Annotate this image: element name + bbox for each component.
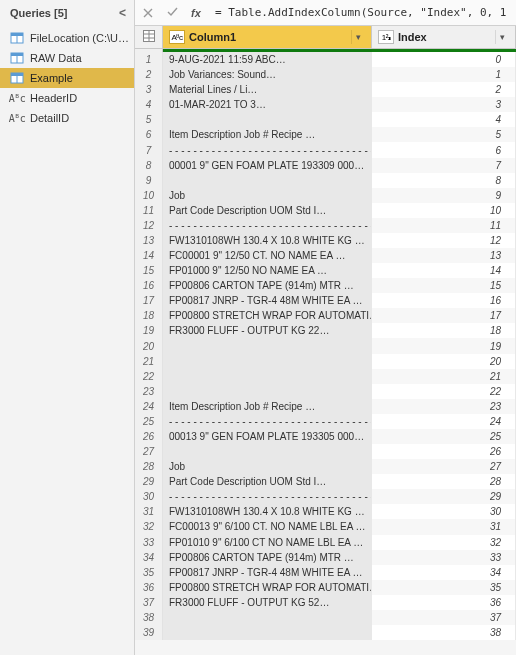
cell-index[interactable]: 4 bbox=[372, 112, 516, 127]
commit-formula-icon[interactable] bbox=[163, 4, 181, 22]
cell-index[interactable]: 16 bbox=[372, 293, 516, 308]
table-row[interactable]: 3 Material Lines / Li…2 bbox=[135, 82, 516, 97]
table-row[interactable]: 19-AUG-2021 11:59 ABC…0 bbox=[135, 52, 516, 67]
row-number[interactable]: 19 bbox=[135, 323, 163, 338]
cell-index[interactable]: 24 bbox=[372, 414, 516, 429]
table-row[interactable]: 33 FP01010 9" 6/100 CT NO NAME LBL EA …3… bbox=[135, 535, 516, 550]
row-number[interactable]: 36 bbox=[135, 580, 163, 595]
row-number[interactable]: 35 bbox=[135, 565, 163, 580]
cell-column1[interactable] bbox=[163, 625, 372, 640]
table-row[interactable]: 35 FP00817 JNRP - TGR-4 48M WHITE EA …34 bbox=[135, 565, 516, 580]
table-row[interactable]: 30- - - - - - - - - - - - - - - - - - - … bbox=[135, 489, 516, 504]
table-row[interactable]: 24Item Description Job # Recipe …23 bbox=[135, 399, 516, 414]
row-number[interactable]: 33 bbox=[135, 535, 163, 550]
column-header-column1[interactable]: Aᴮc Column1 ▾ bbox=[163, 26, 372, 48]
cell-index[interactable]: 10 bbox=[372, 203, 516, 218]
cell-column1[interactable]: FP01000 9" 12/50 NO NAME EA … bbox=[163, 263, 372, 278]
cell-column1[interactable]: - - - - - - - - - - - - - - - - - - - - … bbox=[163, 489, 372, 504]
table-row[interactable]: 36 FP00800 STRETCH WRAP FOR AUTOMATI…35 bbox=[135, 580, 516, 595]
cell-column1[interactable]: 9-AUG-2021 11:59 ABC… bbox=[163, 52, 372, 67]
query-item[interactable]: RAW Data bbox=[0, 48, 134, 68]
row-number[interactable]: 30 bbox=[135, 489, 163, 504]
row-number[interactable]: 9 bbox=[135, 173, 163, 188]
row-number[interactable]: 18 bbox=[135, 308, 163, 323]
row-number[interactable]: 31 bbox=[135, 504, 163, 519]
table-row[interactable]: 13 FW1310108WH 130.4 X 10.8 WHITE KG …12 bbox=[135, 233, 516, 248]
cell-column1[interactable] bbox=[163, 112, 372, 127]
cell-column1[interactable]: FP00817 JNRP - TGR-4 48M WHITE EA … bbox=[163, 565, 372, 580]
cell-column1[interactable] bbox=[163, 444, 372, 459]
row-number[interactable]: 38 bbox=[135, 610, 163, 625]
row-number[interactable]: 32 bbox=[135, 519, 163, 534]
table-row[interactable]: 2322 bbox=[135, 384, 516, 399]
cell-column1[interactable]: FP01010 9" 6/100 CT NO NAME LBL EA … bbox=[163, 535, 372, 550]
cell-index[interactable]: 17 bbox=[372, 308, 516, 323]
row-number[interactable]: 39 bbox=[135, 625, 163, 640]
cell-column1[interactable]: Material Lines / Li… bbox=[163, 82, 372, 97]
grid-body[interactable]: 19-AUG-2021 11:59 ABC…02 Job Variances: … bbox=[135, 52, 516, 655]
cell-index[interactable]: 20 bbox=[372, 354, 516, 369]
row-number[interactable]: 14 bbox=[135, 248, 163, 263]
table-row[interactable]: 800001 9" GEN FOAM PLATE 193309 000…7 bbox=[135, 158, 516, 173]
formula-input[interactable] bbox=[211, 6, 512, 19]
table-row[interactable]: 37 FR3000 FLUFF - OUTPUT KG 52…36 bbox=[135, 595, 516, 610]
cell-column1[interactable]: FP00800 STRETCH WRAP FOR AUTOMATI… bbox=[163, 580, 372, 595]
table-row[interactable]: 14 FC00001 9" 12/50 CT. NO NAME EA …13 bbox=[135, 248, 516, 263]
cell-index[interactable]: 13 bbox=[372, 248, 516, 263]
row-number[interactable]: 27 bbox=[135, 444, 163, 459]
cell-column1[interactable]: - - - - - - - - - - - - - - - - - - - - … bbox=[163, 218, 372, 233]
cell-column1[interactable]: FP00806 CARTON TAPE (914m) MTR … bbox=[163, 278, 372, 293]
table-row[interactable]: 16 FP00806 CARTON TAPE (914m) MTR …15 bbox=[135, 278, 516, 293]
row-number[interactable]: 11 bbox=[135, 203, 163, 218]
cell-column1[interactable]: Item Description Job # Recipe … bbox=[163, 399, 372, 414]
row-number[interactable]: 13 bbox=[135, 233, 163, 248]
row-number[interactable]: 3 bbox=[135, 82, 163, 97]
cell-column1[interactable]: Job bbox=[163, 188, 372, 203]
cell-index[interactable]: 30 bbox=[372, 504, 516, 519]
table-row[interactable]: 2019 bbox=[135, 338, 516, 353]
cell-column1[interactable]: Job bbox=[163, 459, 372, 474]
text-type-icon[interactable]: Aᴮc bbox=[169, 30, 185, 44]
cell-column1[interactable]: FR3000 FLUFF - OUTPUT KG 52… bbox=[163, 595, 372, 610]
number-type-icon[interactable]: 1²₃ bbox=[378, 30, 394, 44]
row-number[interactable]: 25 bbox=[135, 414, 163, 429]
cell-index[interactable]: 7 bbox=[372, 158, 516, 173]
cell-index[interactable]: 1 bbox=[372, 67, 516, 82]
table-row[interactable]: 32 FC00013 9" 6/100 CT. NO NAME LBL EA …… bbox=[135, 519, 516, 534]
cell-index[interactable]: 23 bbox=[372, 399, 516, 414]
table-row[interactable]: 6Item Description Job # Recipe …5 bbox=[135, 127, 516, 142]
query-item[interactable]: AᴮcHeaderID bbox=[0, 88, 134, 108]
row-number[interactable]: 8 bbox=[135, 158, 163, 173]
cell-column1[interactable]: FW1310108WH 130.4 X 10.8 WHITE KG … bbox=[163, 233, 372, 248]
cell-column1[interactable]: 00001 9" GEN FOAM PLATE 193309 000… bbox=[163, 158, 372, 173]
cell-index[interactable]: 27 bbox=[372, 459, 516, 474]
table-row[interactable]: 34 FP00806 CARTON TAPE (914m) MTR …33 bbox=[135, 550, 516, 565]
table-row[interactable]: 98 bbox=[135, 173, 516, 188]
cell-index[interactable]: 34 bbox=[372, 565, 516, 580]
row-number[interactable]: 15 bbox=[135, 263, 163, 278]
column-filter-icon[interactable]: ▾ bbox=[495, 30, 509, 44]
row-number[interactable]: 22 bbox=[135, 369, 163, 384]
cell-index[interactable]: 32 bbox=[372, 535, 516, 550]
cell-index[interactable]: 38 bbox=[372, 625, 516, 640]
cell-column1[interactable]: FP00817 JNRP - TGR-4 48M WHITE EA … bbox=[163, 293, 372, 308]
column-filter-icon[interactable]: ▾ bbox=[351, 30, 365, 44]
cell-index[interactable]: 28 bbox=[372, 474, 516, 489]
row-number[interactable]: 10 bbox=[135, 188, 163, 203]
cell-index[interactable]: 8 bbox=[372, 173, 516, 188]
cell-column1[interactable]: Job Variances: Sound… bbox=[163, 67, 372, 82]
cell-index[interactable]: 12 bbox=[372, 233, 516, 248]
row-number[interactable]: 2 bbox=[135, 67, 163, 82]
cell-index[interactable]: 2 bbox=[372, 82, 516, 97]
cell-column1[interactable]: Part Code Description UOM Std I… bbox=[163, 474, 372, 489]
table-row[interactable]: 15 FP01000 9" 12/50 NO NAME EA …14 bbox=[135, 263, 516, 278]
table-row[interactable]: 2 Job Variances: Sound…1 bbox=[135, 67, 516, 82]
table-row[interactable]: 19 FR3000 FLUFF - OUTPUT KG 22…18 bbox=[135, 323, 516, 338]
cell-index[interactable]: 21 bbox=[372, 369, 516, 384]
row-number[interactable]: 1 bbox=[135, 52, 163, 67]
cell-column1[interactable] bbox=[163, 354, 372, 369]
cell-index[interactable]: 6 bbox=[372, 142, 516, 157]
fx-icon[interactable]: fx bbox=[187, 4, 205, 22]
cell-column1[interactable] bbox=[163, 338, 372, 353]
table-row[interactable]: 10 Job9 bbox=[135, 188, 516, 203]
